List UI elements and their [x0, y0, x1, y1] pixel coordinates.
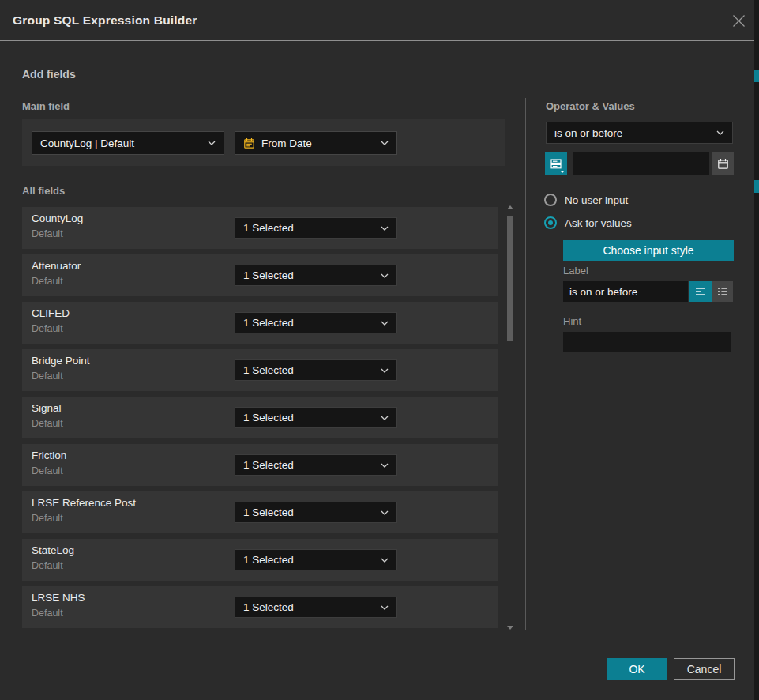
operator-dropdown-value: is on or before: [554, 127, 712, 139]
field-name: StateLog: [32, 544, 74, 556]
field-name: Friction: [32, 450, 66, 461]
date-value-input[interactable]: [573, 152, 709, 175]
field-name: Attenuator: [32, 260, 81, 272]
field-selection-dropdown[interactable]: 1 Selected: [235, 454, 397, 476]
field-row-clifed: CLIFED Default 1 Selected: [22, 302, 498, 344]
field-name: LRSE Reference Post: [32, 497, 136, 509]
field-selection-dropdown[interactable]: 1 Selected: [235, 407, 397, 428]
all-fields-heading: All fields: [22, 185, 65, 197]
chevron-down-icon: [716, 130, 724, 135]
main-field-dropdown[interactable]: From Date: [235, 131, 397, 155]
main-layer-dropdown[interactable]: CountyLog | Default: [32, 131, 224, 155]
calendar-icon: [243, 137, 255, 149]
scrollbar-down-icon[interactable]: [506, 624, 514, 630]
group-sql-expression-builder-dialog: Group SQL Expression Builder Add fields …: [0, 0, 754, 700]
main-field-strip: CountyLog | Default From Date: [22, 119, 505, 166]
field-selection-dropdown[interactable]: 1 Selected: [235, 265, 397, 286]
field-row-attenuator: Attenuator Default 1 Selected: [22, 254, 498, 296]
radio-circle-icon: [544, 194, 557, 206]
radio-ask-for-values[interactable]: Ask for values: [544, 216, 632, 229]
chevron-down-icon: [381, 321, 389, 326]
ok-button[interactable]: OK: [607, 658, 667, 680]
radio-label: Ask for values: [565, 217, 632, 229]
edge-accent-mark: [754, 70, 759, 82]
main-layer-dropdown-value: CountyLog | Default: [40, 137, 203, 149]
field-row-countylog: CountyLog Default 1 Selected: [22, 207, 498, 249]
field-row-bridge-point: Bridge Point Default 1 Selected: [22, 349, 498, 391]
field-type: Default: [32, 228, 63, 239]
scrollbar-thumb[interactable]: [507, 216, 513, 341]
field-name: Signal: [32, 402, 62, 414]
cancel-button[interactable]: Cancel: [674, 658, 735, 680]
date-picker-button[interactable]: [712, 152, 734, 175]
field-row-lrse-reference-post: LRSE Reference Post Default 1 Selected: [22, 491, 498, 533]
single-line-style-button[interactable]: [689, 281, 712, 302]
dialog-titlebar: Group SQL Expression Builder: [0, 0, 754, 40]
mini-caret-icon: [560, 171, 565, 173]
value-list-mode-button[interactable]: [545, 152, 567, 175]
field-type: Default: [32, 276, 63, 287]
chevron-down-icon: [381, 141, 389, 145]
operator-values-heading: Operator & Values: [546, 100, 635, 112]
field-type: Default: [32, 608, 63, 619]
chevron-down-icon: [381, 510, 389, 515]
hint-input[interactable]: [563, 332, 731, 352]
label-input[interactable]: [563, 281, 688, 302]
radio-circle-selected-icon: [544, 216, 557, 229]
field-selection-dropdown[interactable]: 1 Selected: [235, 549, 397, 570]
field-name: Bridge Point: [32, 355, 90, 367]
field-selection-dropdown[interactable]: 1 Selected: [235, 217, 397, 239]
chevron-down-icon: [381, 605, 389, 610]
field-selection-dropdown[interactable]: 1 Selected: [235, 312, 397, 333]
chevron-down-icon: [381, 226, 389, 231]
operator-dropdown[interactable]: is on or before: [546, 122, 733, 144]
field-selection-dropdown[interactable]: 1 Selected: [235, 597, 397, 618]
field-selection-dropdown[interactable]: 1 Selected: [235, 359, 397, 381]
add-fields-heading: Add fields: [22, 68, 76, 81]
chevron-down-icon: [381, 273, 389, 278]
field-row-statelog: StateLog Default 1 Selected: [22, 539, 498, 581]
field-type: Default: [32, 371, 63, 382]
background-app-edge: [754, 0, 759, 700]
chevron-down-icon: [381, 463, 389, 468]
field-type: Default: [32, 560, 63, 571]
list-style-button[interactable]: [712, 281, 733, 302]
panel-divider: [525, 98, 526, 630]
field-type: Default: [32, 418, 63, 429]
chevron-down-icon: [208, 141, 216, 145]
close-icon[interactable]: [728, 10, 749, 31]
main-field-dropdown-value: From Date: [261, 137, 376, 149]
field-row-signal: Signal Default 1 Selected: [22, 397, 498, 438]
chevron-down-icon: [381, 558, 389, 563]
titlebar-separator: [0, 40, 754, 41]
field-name: LRSE NHS: [32, 592, 85, 604]
radio-label: No user input: [565, 194, 628, 206]
dialog-title: Group SQL Expression Builder: [13, 0, 197, 40]
field-type: Default: [32, 465, 63, 476]
main-field-heading: Main field: [22, 100, 70, 112]
field-name: CLIFED: [32, 307, 70, 319]
hint-field-label: Hint: [563, 315, 581, 327]
chevron-down-icon: [381, 368, 389, 373]
field-row-friction: Friction Default 1 Selected: [22, 444, 498, 486]
field-name: CountyLog: [32, 213, 83, 224]
field-row-lrse-nhs: LRSE NHS Default 1 Selected: [22, 586, 498, 628]
chevron-down-icon: [381, 416, 389, 420]
field-type: Default: [32, 513, 63, 524]
choose-input-style-button[interactable]: Choose input style: [563, 240, 734, 261]
edge-accent-mark: [754, 180, 759, 193]
field-type: Default: [32, 323, 63, 334]
label-field-label: Label: [563, 265, 588, 277]
scrollbar-up-icon[interactable]: [506, 204, 514, 210]
field-selection-dropdown[interactable]: 1 Selected: [235, 502, 397, 523]
radio-no-user-input[interactable]: No user input: [544, 194, 628, 206]
